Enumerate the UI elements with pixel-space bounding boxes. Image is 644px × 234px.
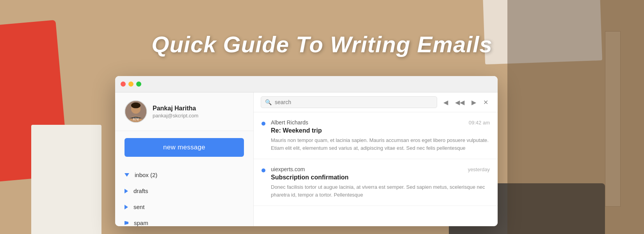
arrow-down-icon xyxy=(125,173,129,177)
sidebar-item-inbox-label: inbox (2) xyxy=(135,172,157,178)
nav-list: inbox (2) drafts sent spam xyxy=(115,164,253,226)
search-input[interactable] xyxy=(275,99,433,105)
svg-point-2 xyxy=(131,103,141,108)
maximize-button[interactable] xyxy=(136,82,141,87)
email-time: yesterday xyxy=(468,167,490,172)
email-content: Albert Richards 09:42 am Re: Weekend tri… xyxy=(271,119,490,152)
toolbar: 🔍 ◀ ◀◀ ▶ ✕ xyxy=(254,92,498,112)
email-item[interactable]: Albert Richards 09:42 am Re: Weekend tri… xyxy=(254,112,498,159)
email-subject: Subscription confirmation xyxy=(271,174,490,181)
svg-text:A74: A74 xyxy=(133,117,139,121)
nav-forward-button[interactable]: ▶ xyxy=(469,97,479,108)
email-content: uiexperts.com yesterday Subscription con… xyxy=(271,166,490,199)
bg-white-object xyxy=(31,125,101,234)
sidebar-item-spam-label: spam xyxy=(134,220,148,226)
close-button[interactable] xyxy=(121,82,126,87)
email-header: Albert Richards 09:42 am xyxy=(271,119,490,126)
user-info: Pankaj Haritha pankaj@skcript.com xyxy=(153,105,198,119)
email-subject: Re: Weekend trip xyxy=(271,127,490,134)
nav-back-button[interactable]: ◀ xyxy=(441,97,450,108)
email-item[interactable]: uiexperts.com yesterday Subscription con… xyxy=(254,159,498,206)
user-name: Pankaj Haritha xyxy=(153,105,198,112)
email-window: A74 Pankaj Haritha pankaj@skcript.com ne… xyxy=(115,76,498,226)
unread-indicator xyxy=(262,122,265,126)
user-profile: A74 Pankaj Haritha pankaj@skcript.com xyxy=(115,92,253,131)
main-panel: 🔍 ◀ ◀◀ ▶ ✕ Albert Richards 09:42 am xyxy=(254,76,498,226)
arrow-right-icon xyxy=(125,189,128,193)
email-sender: uiexperts.com xyxy=(271,166,305,172)
avatar: A74 xyxy=(125,100,147,123)
new-message-button[interactable]: new message xyxy=(125,138,244,157)
sidebar-item-drafts-label: drafts xyxy=(133,188,148,194)
email-time: 09:42 am xyxy=(469,120,490,126)
search-icon: 🔍 xyxy=(265,99,272,105)
email-header: uiexperts.com yesterday xyxy=(271,166,490,172)
search-box[interactable]: 🔍 xyxy=(261,96,437,108)
email-preview: Mauris non tempor quam, et lacinia sapie… xyxy=(271,136,490,152)
sidebar-item-drafts[interactable]: drafts xyxy=(115,183,253,199)
toolbar-nav: ◀ ◀◀ ▶ ✕ xyxy=(441,97,491,108)
flag-icon xyxy=(125,221,128,225)
window-titlebar xyxy=(115,76,498,92)
page-title: Quick Guide To Writing Emails xyxy=(0,31,644,57)
sidebar-item-sent[interactable]: sent xyxy=(115,199,253,215)
email-list: Albert Richards 09:42 am Re: Weekend tri… xyxy=(254,112,498,226)
email-sender: Albert Richards xyxy=(271,119,308,126)
sidebar-item-spam[interactable]: spam xyxy=(115,215,253,226)
email-preview: Donec facilisis tortor ut augue lacinia,… xyxy=(271,183,490,199)
sidebar: A74 Pankaj Haritha pankaj@skcript.com ne… xyxy=(115,76,254,226)
arrow-right-icon-2 xyxy=(125,205,128,209)
nav-close-button[interactable]: ✕ xyxy=(481,97,491,108)
nav-back-double-button[interactable]: ◀◀ xyxy=(453,97,467,108)
user-email: pankaj@skcript.com xyxy=(153,113,198,119)
sidebar-item-sent-label: sent xyxy=(133,204,144,210)
minimize-button[interactable] xyxy=(128,82,133,87)
unread-indicator xyxy=(262,168,265,172)
sidebar-item-inbox[interactable]: inbox (2) xyxy=(115,167,253,183)
